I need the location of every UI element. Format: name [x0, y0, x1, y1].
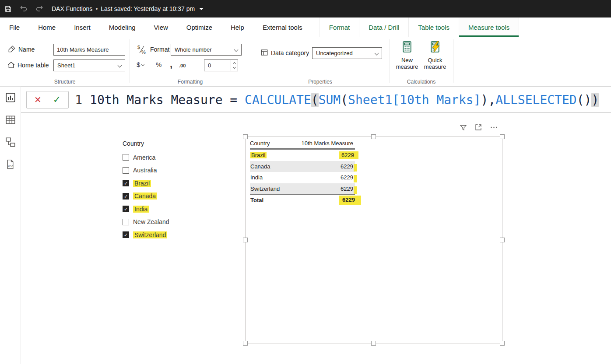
slicer-item-label: Switzerland — [133, 231, 167, 238]
slicer-item-label: America — [133, 154, 155, 161]
name-label: Name — [18, 46, 35, 53]
last-saved-text: Last saved: Yesterday at 10:37 pm — [101, 5, 195, 12]
ribbon-tabs: FileHomeInsertModelingViewOptimizeHelpEx… — [0, 18, 611, 37]
tab-format[interactable]: Format — [320, 18, 359, 37]
formula-token: ) — [591, 93, 599, 107]
column-header-measure[interactable]: 10th Marks Measure — [294, 140, 355, 147]
data-view-icon[interactable] — [5, 114, 16, 126]
table-header-row: Country 10th Marks Measure — [250, 138, 355, 150]
checkbox-checked-icon[interactable] — [123, 231, 129, 238]
column-header-country[interactable]: Country — [250, 140, 294, 147]
slicer-item-brazil[interactable]: Brazil — [123, 177, 250, 190]
table-row-canada: Canada6229 — [250, 161, 355, 172]
tab-external-tools[interactable]: External tools — [253, 18, 312, 37]
ribbon-group-formatting: $% Format Whole number $ % , .00 0 — [130, 37, 251, 86]
selection-handle[interactable] — [500, 238, 505, 242]
formula-token: ) — [481, 93, 488, 107]
titlebar: DAX Functions • Last saved: Yesterday at… — [0, 0, 611, 18]
checkbox-checked-icon[interactable] — [123, 180, 129, 186]
selection-handle[interactable] — [371, 134, 376, 139]
slicer-header[interactable]: Country — [123, 140, 250, 147]
selection-handle[interactable] — [500, 341, 505, 346]
table-row-total: Total6229 — [250, 194, 355, 206]
redo-icon[interactable] — [32, 0, 47, 18]
table-cell-country: Switzerland — [250, 186, 280, 192]
calculations-group-label: Calculations — [390, 79, 453, 85]
decimal-places-spinner[interactable]: 0 — [204, 60, 238, 71]
spinner-up-icon[interactable] — [233, 62, 236, 65]
model-view-icon[interactable] — [5, 136, 16, 148]
more-options-icon[interactable] — [490, 126, 498, 129]
new-measure-button[interactable]: New measure — [394, 40, 420, 70]
format-select[interactable]: Whole number — [171, 44, 242, 56]
decimal-places-icon[interactable]: .00 — [179, 63, 186, 68]
tab-help[interactable]: Help — [221, 18, 253, 37]
checkbox-unchecked-icon[interactable] — [123, 219, 129, 225]
formula-token: Sheet1[10th Marks] — [348, 93, 481, 107]
decimals-symbol: .00 — [179, 63, 186, 68]
tab-view[interactable]: View — [145, 18, 177, 37]
slicer-item-australia[interactable]: Australia — [123, 164, 250, 177]
undo-icon[interactable] — [16, 0, 32, 18]
currency-format-button[interactable]: $ — [137, 61, 144, 68]
table-cell-value: 6229 — [341, 174, 355, 181]
dax-query-view-icon[interactable]: DAX — [5, 159, 16, 170]
calculator-lightning-icon — [428, 40, 442, 55]
comma-icon: , — [170, 59, 172, 70]
focus-mode-icon[interactable] — [474, 123, 482, 131]
rename-icon — [8, 45, 16, 55]
tab-modeling[interactable]: Modeling — [100, 18, 145, 37]
tab-home[interactable]: Home — [29, 18, 65, 37]
selection-handle[interactable] — [243, 134, 248, 139]
measure-name-input[interactable] — [53, 44, 125, 56]
table-cell-country: Total — [250, 197, 263, 203]
quick-measure-button[interactable]: Quick measure — [421, 40, 449, 70]
document-title: DAX Functions • Last saved: Yesterday at… — [52, 5, 195, 12]
spinner-down-icon[interactable] — [233, 66, 236, 69]
tab-measure-tools[interactable]: Measure tools — [459, 18, 519, 37]
checkbox-checked-icon[interactable] — [123, 193, 129, 200]
page-guide-line — [44, 113, 44, 364]
checkbox-checked-icon[interactable] — [123, 206, 129, 212]
save-icon[interactable] — [0, 0, 16, 18]
percent-symbol: % — [156, 61, 162, 68]
tab-file[interactable]: File — [0, 18, 29, 37]
chevron-down-icon — [118, 63, 122, 68]
table-cell-value: 6229 — [341, 186, 355, 192]
table-visual[interactable]: Country 10th Marks Measure Brazil6229Can… — [245, 136, 502, 343]
home-table-select[interactable]: Sheet1 — [53, 60, 125, 71]
visual-header — [460, 123, 498, 131]
checkbox-unchecked-icon[interactable] — [123, 167, 129, 174]
selection-handle[interactable] — [371, 341, 376, 346]
tab-optimize[interactable]: Optimize — [177, 18, 221, 37]
cancel-formula-icon[interactable]: ✕ — [34, 95, 42, 104]
title-dropdown-caret[interactable] — [199, 8, 204, 10]
slicer-item-switzerland[interactable]: Switzerland — [123, 228, 250, 242]
commit-formula-icon[interactable]: ✓ — [53, 95, 61, 105]
checkbox-unchecked-icon[interactable] — [123, 154, 129, 161]
selection-handle[interactable] — [243, 341, 248, 346]
percent-format-button[interactable]: % — [156, 61, 162, 68]
slicer-item-canada[interactable]: Canada — [123, 190, 250, 203]
slicer-item-new-zealand[interactable]: New Zealand — [123, 216, 250, 229]
spinner-arrows[interactable] — [231, 60, 238, 71]
title-separator: • — [95, 5, 98, 12]
slicer-item-india[interactable]: India — [123, 203, 250, 216]
formula-token: SUM — [319, 93, 341, 107]
selection-handle[interactable] — [500, 134, 505, 139]
slicer-item-america[interactable]: America — [123, 151, 250, 164]
data-category-select[interactable]: Uncategorized — [312, 47, 382, 59]
thousands-separator-button[interactable]: , — [170, 62, 172, 66]
formula-bar: ✕ ✓ 110th Marks Measure = CALCULATE(SUM(… — [21, 87, 611, 113]
report-view-icon[interactable] — [5, 92, 16, 103]
line-number: 1 — [75, 93, 82, 107]
filter-icon[interactable] — [460, 124, 467, 131]
tab-table-tools[interactable]: Table tools — [408, 18, 459, 37]
tab-data-drill[interactable]: Data / Drill — [359, 18, 408, 37]
selection-handle[interactable] — [243, 238, 248, 242]
format-value: Whole number — [175, 46, 212, 53]
table-row-switzerland: Switzerland6229 — [250, 183, 355, 195]
chevron-down-icon — [141, 63, 144, 66]
formula-input[interactable]: 110th Marks Measure = CALCULATE(SUM(Shee… — [75, 93, 599, 107]
tab-insert[interactable]: Insert — [65, 18, 100, 37]
